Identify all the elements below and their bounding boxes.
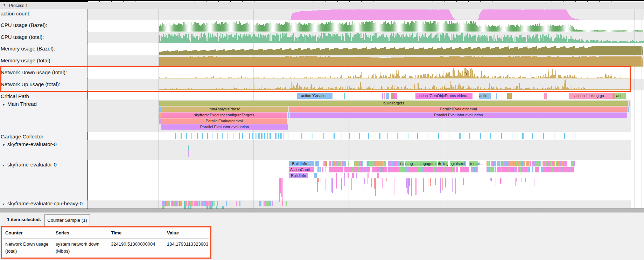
gc-event-tick[interactable] [480, 133, 481, 139]
gc-event-tick[interactable] [428, 133, 428, 139]
trace-span[interactable] [394, 93, 397, 99]
call-stack-line[interactable] [386, 178, 387, 181]
call-stack-line[interactable] [282, 178, 283, 206]
trace-sliver[interactable] [455, 167, 456, 172]
trace-sliver[interactable] [437, 161, 438, 166]
sidebar-track-label-main-thread[interactable]: ▾Main Thread [3, 101, 37, 107]
trace-sliver[interactable] [489, 161, 490, 166]
chart-cpu-usage-bazel[interactable] [159, 21, 643, 32]
trace-span-skyframeexecutor-configuretarg[interactable]: skyframeExecutor.configureTargets [161, 112, 287, 118]
trace-sliver[interactable] [447, 167, 448, 172]
sidebar-track-label-cpu-usage-bazel-[interactable]: CPU usage (Bazel): [1, 22, 47, 28]
trace-sliver[interactable] [356, 173, 357, 178]
chart-action-count[interactable] [290, 9, 595, 20]
gc-event-tick[interactable] [275, 133, 276, 139]
trace-sliver[interactable] [449, 167, 450, 172]
trace-sliver[interactable] [469, 167, 471, 172]
gc-event-tick[interactable] [283, 133, 284, 139]
call-stack-line[interactable] [371, 178, 372, 187]
gc-event-tick[interactable] [255, 133, 255, 139]
gc-event-tick[interactable] [197, 133, 198, 139]
trace-sliver[interactable] [514, 167, 514, 172]
sidebar-track-label-memory-usage-total-[interactable]: Memory usage (total): [1, 57, 52, 63]
trace-sliver[interactable] [487, 161, 489, 166]
trace-span-parallelevaluator-eval[interactable]: ParallelEvaluator.eval [161, 118, 287, 124]
trace-sliver[interactable] [317, 167, 319, 172]
trace-sliver[interactable] [367, 161, 369, 166]
trace-sliver[interactable] [437, 167, 438, 172]
trace-span[interactable] [391, 93, 394, 99]
call-stack-line[interactable] [428, 178, 428, 187]
call-stack-line[interactable] [318, 178, 319, 182]
trace-sliver[interactable] [260, 201, 261, 206]
trace-span[interactable] [496, 93, 497, 99]
call-stack-line[interactable] [351, 178, 352, 190]
trace-sliver[interactable] [185, 201, 187, 206]
gc-event-tick[interactable] [288, 133, 288, 139]
call-stack-line[interactable] [409, 178, 410, 186]
trace-sliver[interactable] [458, 167, 460, 172]
call-stack-line[interactable] [368, 178, 368, 184]
panel-divider-band[interactable] [0, 209, 644, 212]
trace-span[interactable] [629, 101, 630, 106]
gc-event-tick[interactable] [522, 133, 524, 139]
call-stack-line[interactable] [491, 178, 492, 181]
gc-event-tick[interactable] [276, 133, 277, 139]
chart-cpu-usage-total[interactable] [159, 33, 644, 43]
trace-sliver[interactable] [569, 167, 570, 172]
trace-sliver[interactable] [202, 201, 203, 206]
call-stack-line[interactable] [521, 178, 522, 182]
trace-sliver[interactable] [466, 167, 467, 172]
chevron-down-icon[interactable]: ▾ [3, 143, 5, 147]
trace-sliver[interactable] [336, 173, 337, 178]
gc-event-tick[interactable] [512, 133, 512, 139]
trace-sliver[interactable] [370, 167, 372, 172]
call-stack-line[interactable] [440, 178, 441, 193]
trace-sliver[interactable] [396, 161, 397, 166]
trace-sliver[interactable] [488, 167, 490, 172]
trace-sliver[interactable] [537, 167, 538, 172]
trace-span[interactable] [507, 93, 512, 99]
gc-event-tick[interactable] [501, 133, 502, 139]
trace-sliver[interactable] [524, 161, 525, 166]
trace-sliver[interactable] [498, 167, 498, 172]
trace-sliver[interactable] [509, 161, 511, 166]
call-stack-line[interactable] [430, 178, 431, 186]
trace-sliver[interactable] [495, 161, 496, 166]
trace-span-parallel-evaluator-evaluation[interactable]: Parallel Evaluator evaluation [290, 112, 627, 118]
call-stack-line[interactable] [423, 178, 424, 192]
trace-sliver[interactable] [554, 167, 555, 172]
trace-span[interactable] [386, 93, 389, 99]
gc-event-tick[interactable] [259, 133, 260, 139]
gc-event-tick[interactable] [207, 133, 208, 139]
trace-span-buildtargets[interactable]: buildTargets [159, 101, 628, 106]
trace-sliver[interactable] [406, 167, 408, 172]
trace-sliver[interactable] [207, 201, 209, 206]
call-stack-line[interactable] [344, 178, 345, 186]
call-stack-line[interactable] [382, 178, 383, 188]
call-stack-line[interactable] [434, 178, 434, 184]
trace-sliver[interactable] [343, 167, 344, 172]
trace-sliver[interactable] [559, 167, 560, 172]
trace-span-action-genobjcprotos-video-[interactable]: action 'GenObjcProtos video/... [415, 93, 472, 99]
gc-event-tick[interactable] [313, 133, 313, 139]
trace-span-actionconti-[interactable]: ActionConti... [289, 167, 314, 172]
trace-sliver[interactable] [455, 161, 456, 166]
trace-span[interactable] [384, 93, 385, 99]
trace-sliver[interactable] [467, 161, 469, 166]
gc-event-tick[interactable] [469, 133, 470, 139]
trace-sliver[interactable] [188, 150, 189, 157]
trace-sliver[interactable] [329, 161, 331, 166]
trace-sliver[interactable] [399, 167, 401, 172]
trace-span[interactable] [159, 118, 161, 124]
gc-event-tick[interactable] [449, 133, 449, 139]
gc-event-tick[interactable] [554, 133, 554, 139]
trace-sliver[interactable] [226, 201, 227, 206]
gc-event-tick[interactable] [269, 133, 270, 139]
trace-sliver[interactable] [365, 167, 367, 172]
trace-sliver[interactable] [325, 167, 326, 172]
trace-sliver[interactable] [388, 167, 390, 172]
gc-event-tick[interactable] [334, 133, 335, 139]
chart-memory-usage-bazel[interactable] [159, 46, 643, 55]
gc-event-tick[interactable] [575, 133, 575, 139]
